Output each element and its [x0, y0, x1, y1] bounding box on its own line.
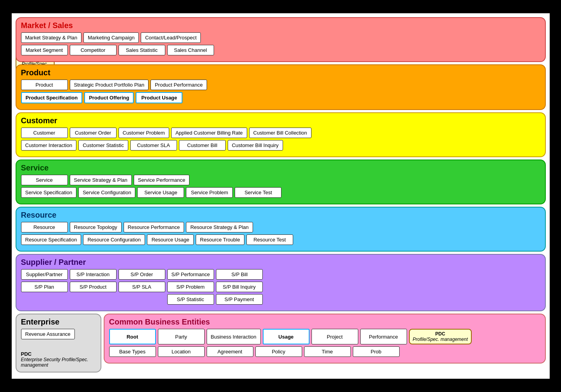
item-sp-order[interactable]: S/P Order [119, 269, 165, 280]
customer-title: Customer [21, 116, 540, 125]
enterprise-title: Enterprise [21, 318, 96, 326]
market-title: Market / Sales [21, 21, 540, 30]
item-customer[interactable]: Customer [21, 128, 68, 138]
supplier-title: Supplier / Partner [21, 258, 540, 267]
item-resource-topology[interactable]: Resource Topology [70, 222, 122, 232]
supplier-row2: S/P Plan S/P Product S/P SLA S/P Problem… [21, 282, 540, 292]
common-row2: Base Types Location Agreement Policy Tim… [109, 346, 540, 357]
item-customer-interaction[interactable]: Customer Interaction [21, 140, 77, 151]
item-sp-interaction[interactable]: S/P Interaction [70, 269, 117, 280]
pdc5-sub: Profile/Spec. management [413, 337, 468, 342]
diagram: PDC Profile/Spec. management PDC Rating … [12, 13, 550, 379]
item-sp-plan[interactable]: S/P Plan [21, 282, 68, 292]
item-product-specification[interactable]: Product Specification [21, 92, 83, 103]
bottom-row: Enterprise Revenue Assurance PDC Enterpr… [16, 314, 546, 375]
item-sp-bill-inquiry[interactable]: S/P Bill Inquiry [216, 282, 263, 292]
section-enterprise: Enterprise Revenue Assurance PDC Enterpr… [16, 314, 101, 372]
item-service-strategy[interactable]: Service Strategy & Plan [70, 175, 132, 185]
item-party[interactable]: Party [158, 329, 205, 344]
item-time[interactable]: Time [304, 346, 351, 357]
item-usage[interactable]: Usage [263, 329, 310, 344]
item-resource-strategy[interactable]: Resource Strategy & Plan [186, 222, 253, 232]
item-contact-lead[interactable]: Contact/Lead/Prospect [141, 32, 201, 43]
item-performance[interactable]: Performance [360, 329, 407, 344]
resource-title: Resource [21, 211, 540, 220]
section-common: Common Business Entities Root Party Busi… [104, 314, 546, 364]
item-resource-performance[interactable]: Resource Performance [124, 222, 184, 232]
common-title: Common Business Entities [109, 318, 540, 326]
item-resource-usage[interactable]: Resource Usage [147, 234, 194, 245]
product-row2: Product Specification Product Offering P… [21, 92, 540, 103]
enterprise-row1: Revenue Assurance [21, 329, 96, 339]
item-base-types[interactable]: Base Types [109, 346, 156, 357]
item-competitor[interactable]: Competitor [70, 45, 117, 55]
common-row1: Root Party Business Interaction Usage Pr… [109, 329, 540, 344]
item-sales-statistic[interactable]: Sales Statistic [119, 45, 165, 55]
item-customer-bill-inquiry[interactable]: Customer Bill Inquiry [228, 140, 283, 151]
item-business-interaction[interactable]: Business Interaction [207, 329, 261, 344]
enterprise-pdc-sub: Enterprise Security Profile/Spec. manage… [21, 357, 96, 368]
item-sp-statistic[interactable]: S/P Statistic [167, 294, 214, 305]
item-resource-configuration[interactable]: Resource Configuration [83, 234, 145, 245]
item-product[interactable]: Product [21, 80, 68, 90]
section-market: Market / Sales Market Strategy & Plan Ma… [16, 17, 546, 62]
enterprise-pdc-area: PDC Enterprise Security Profile/Spec. ma… [21, 351, 96, 368]
item-customer-statistic[interactable]: Customer Statistic [78, 140, 128, 151]
product-title: Product [21, 68, 540, 77]
item-sales-channel[interactable]: Sales Channel [167, 45, 214, 55]
item-service-problem[interactable]: Service Problem [186, 187, 233, 198]
item-service-usage[interactable]: Service Usage [137, 187, 184, 198]
item-customer-problem[interactable]: Customer Problem [119, 128, 169, 138]
section-supplier: Supplier / Partner Supplier/Partner S/P … [16, 254, 546, 311]
item-service-performance[interactable]: Service Performance [134, 175, 189, 185]
item-product-offering[interactable]: Product Offering [84, 92, 134, 103]
item-customer-order[interactable]: Customer Order [70, 128, 117, 138]
enterprise-pdc-title: PDC [21, 351, 96, 357]
item-applied-billing-rate[interactable]: Applied Customer Billing Rate [171, 128, 247, 138]
item-customer-sla[interactable]: Customer SLA [130, 140, 177, 151]
item-sp-product[interactable]: S/P Product [70, 282, 117, 292]
item-strategic-portfolio[interactable]: Strategic Product Portfolio Plan [70, 80, 149, 90]
item-product-usage[interactable]: Product Usage [136, 92, 182, 103]
item-market-segment[interactable]: Market Segment [21, 45, 68, 55]
customer-row1: Customer Customer Order Customer Problem… [21, 128, 540, 138]
service-row1: Service Service Strategy & Plan Service … [21, 175, 540, 185]
item-customer-bill[interactable]: Customer Bill [179, 140, 226, 151]
item-resource-specification[interactable]: Resource Specification [21, 234, 81, 245]
section-customer: Customer Customer Customer Order Custome… [16, 112, 546, 157]
item-agreement[interactable]: Agreement [207, 346, 253, 357]
item-customer-bill-collection[interactable]: Customer Bill Collection [249, 128, 311, 138]
item-location[interactable]: Location [158, 346, 205, 357]
item-resource-test[interactable]: Resource Test [246, 234, 293, 245]
customer-row2: Customer Interaction Customer Statistic … [21, 140, 540, 151]
item-service-specification[interactable]: Service Specification [21, 187, 77, 198]
market-row2: Market Segment Competitor Sales Statisti… [21, 45, 540, 55]
item-product-performance[interactable]: Product Performance [150, 80, 207, 90]
item-sp-sla[interactable]: S/P SLA [119, 282, 165, 292]
item-marketing-campaign[interactable]: Marketing Campaign [83, 32, 139, 43]
item-sp-bill[interactable]: S/P Bill [216, 269, 263, 280]
item-root[interactable]: Root [109, 329, 156, 344]
item-prob[interactable]: Prob [353, 346, 400, 357]
item-revenue-assurance[interactable]: Revenue Assurance [21, 329, 75, 339]
resource-row2: Resource Specification Resource Configur… [21, 234, 540, 245]
item-supplier-partner[interactable]: Supplier/Partner [21, 269, 68, 280]
service-title: Service [21, 163, 540, 172]
item-resource[interactable]: Resource [21, 222, 68, 232]
item-sp-problem[interactable]: S/P Problem [167, 282, 214, 292]
item-market-strategy[interactable]: Market Strategy & Plan [21, 32, 82, 43]
item-policy[interactable]: Policy [255, 346, 302, 357]
resource-row1: Resource Resource Topology Resource Perf… [21, 222, 540, 232]
supplier-row3: S/P Statistic S/P Payment [21, 294, 540, 305]
item-service[interactable]: Service [21, 175, 68, 185]
item-sp-performance[interactable]: S/P Performance [167, 269, 214, 280]
supplier-row1: Supplier/Partner S/P Interaction S/P Ord… [21, 269, 540, 280]
item-resource-trouble[interactable]: Resource Trouble [196, 234, 244, 245]
pdc-profile-spec-2: PDC Profile/Spec. management [409, 329, 472, 344]
section-resource: Resource Resource Resource Topology Reso… [16, 207, 546, 252]
item-service-configuration[interactable]: Service Configuration [78, 187, 135, 198]
section-service: Service Service Service Strategy & Plan … [16, 160, 546, 204]
item-project[interactable]: Project [311, 329, 358, 344]
item-service-test[interactable]: Service Test [235, 187, 281, 198]
item-sp-payment[interactable]: S/P Payment [216, 294, 263, 305]
